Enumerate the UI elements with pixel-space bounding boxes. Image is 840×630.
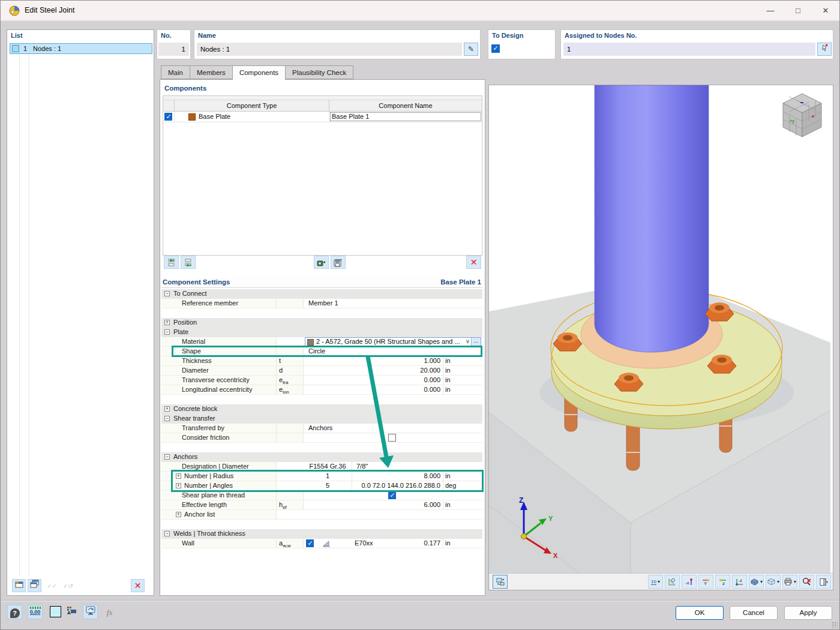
column-member[interactable] [595,85,709,352]
units-settings-button[interactable]: 0,00 [28,605,43,619]
apply-button[interactable]: Apply [784,606,832,620]
weld-thickness-value[interactable]: 0.177 [424,539,440,547]
rendering-button[interactable] [83,605,98,619]
wall-weld-checkbox[interactable] [306,539,314,547]
list-item-nodes-1[interactable]: 1 Nodes : 1 [10,43,152,54]
to-design-checkbox[interactable] [491,44,500,53]
anchor-diameter-value[interactable]: 7/8" [356,463,368,470]
row-shear-plane[interactable]: Shear plane in thread [161,491,482,500]
row-designation-diameter[interactable]: Designation | Diameter F1554 Gr.36 7/8" [161,462,482,472]
delete-joint-button[interactable]: ✕ [131,579,145,592]
group-shear-transfer[interactable]: − Shear transfer [161,414,482,424]
row-longitudinal-eccentricity[interactable]: Longitudinal eccentricity elon 0.000 in [161,385,482,395]
collapse-icon[interactable]: − [164,531,170,536]
elon-value[interactable]: 0.000 [424,386,440,393]
group-welds[interactable]: − Welds | Throat thickness [161,529,482,539]
delete-component-button[interactable]: ✕ [466,256,481,269]
group-anchors[interactable]: − Anchors [161,452,482,462]
expand-icon[interactable]: + [176,483,181,488]
angles-list-value[interactable]: 0.0 72.0 144.0 216.0 288.0 [361,482,440,489]
collapse-icon[interactable]: − [164,454,170,460]
row-consider-friction[interactable]: Consider friction [161,433,482,443]
row-number-radius[interactable]: + Number | Radius 1 8.000 in [161,472,482,481]
minimize-button[interactable]: — [757,1,784,21]
maximize-button[interactable]: □ [784,1,812,21]
designation-value[interactable]: F1554 Gr.36 [304,463,352,470]
group-concrete-block[interactable]: + Concrete block [161,404,482,414]
view-isometric-button[interactable]: -z [732,575,747,589]
rename-button[interactable]: ✎ [464,43,478,56]
collapse-icon[interactable]: − [164,416,170,421]
resize-grip[interactable] [832,622,838,628]
collapse-icon[interactable]: − [164,329,170,335]
collapse-icon[interactable]: − [164,291,170,296]
tab-main[interactable]: Main [161,65,190,79]
consider-friction-checkbox[interactable] [388,434,396,442]
group-position[interactable]: + Position [161,318,482,328]
view-angle-button[interactable] [665,575,680,589]
row-diameter[interactable]: Diameter d 20.000 in [161,366,482,376]
sync-views-button[interactable] [493,575,508,589]
color-swatch-button[interactable] [48,605,63,619]
close-button[interactable]: ✕ [812,1,839,21]
tab-members[interactable]: Members [190,65,233,79]
reference-member-value[interactable]: Member 1 [308,299,338,307]
dimension-display-button[interactable]: 10 ▾ [648,575,663,589]
diameter-value[interactable]: 20.000 [420,367,440,374]
angles-count-value[interactable]: 5 [304,482,352,489]
help-button[interactable]: ? [7,605,22,619]
cancel-zoom-button[interactable] [799,575,814,589]
expand-icon[interactable]: + [164,320,170,325]
new-joint-button[interactable]: ★ [12,579,26,592]
copy-joint-button[interactable] [28,579,41,592]
tab-plausibility-check[interactable]: Plausibility Check [286,65,353,79]
no-field[interactable]: 1 [158,43,189,56]
row-anchor-list[interactable]: + Anchor list [161,510,482,520]
visibility-button[interactable]: ▾ [766,575,781,589]
row-number-angles[interactable]: + Number | Angles 5 0.0 72.0 144.0 216.0… [161,481,482,491]
insert-row-below-button[interactable] [181,256,196,269]
chevron-down-icon[interactable]: ∨ [466,338,470,344]
print-button[interactable]: ▾ [782,575,797,589]
etra-value[interactable]: 0.000 [424,376,440,383]
view-y-button[interactable]: Y [698,575,713,589]
component-name-cell[interactable]: Base Plate 1 [329,112,482,122]
component-row-base-plate[interactable]: Base Plate Base Plate 1 [163,112,482,122]
expand-icon[interactable]: + [176,473,181,479]
navigation-cube[interactable]: +y [783,94,821,137]
view-z-button[interactable]: z [715,575,730,589]
tab-components[interactable]: Components [233,65,286,80]
import-component-button[interactable] [314,256,329,269]
title-bar[interactable]: Edit Steel Joint — □ ✕ [1,1,839,21]
row-thickness[interactable]: Thickness t 1.000 in [161,356,482,366]
material-dropdown[interactable]: 2 - A572, Grade 50 (HR Structural Shapes… [305,337,481,346]
row-wall-weld[interactable]: Wall aw,w E70xx 0.177 in [161,539,482,548]
expand-icon[interactable]: + [176,512,181,517]
display-properties-button[interactable]: A [64,605,79,619]
display-mode-button[interactable]: ▾ [749,575,764,589]
component-active-checkbox[interactable] [164,113,172,121]
shear-plane-checkbox[interactable] [388,491,396,499]
group-plate[interactable]: − Plate [161,328,482,337]
thickness-value[interactable]: 1.000 [424,357,440,364]
panel-toggle-button[interactable] [816,575,831,589]
anchor-count-value[interactable]: 1 [304,472,352,479]
name-field[interactable]: Nodes : 1 [197,43,462,56]
insert-row-above-button[interactable] [164,256,179,269]
row-transferred-by[interactable]: Transferred by Anchors [161,424,482,433]
material-browse-button[interactable]: ... [471,338,481,346]
row-transverse-eccentricity[interactable]: Transverse eccentricity etra 0.000 in [161,376,482,385]
row-reference-member[interactable]: Reference member Member 1 [161,299,482,308]
electrode-value[interactable]: E70xx [355,539,373,547]
expand-icon[interactable]: + [164,406,170,412]
group-to-connect[interactable]: − To Connect [161,289,482,299]
transferred-by-value[interactable]: Anchors [308,424,332,431]
shape-value[interactable]: Circle [308,347,325,355]
view-minus-x-button[interactable]: -x [682,575,697,589]
effective-length-value[interactable]: 6.000 [424,501,440,508]
anchor-radius-value[interactable]: 8.000 [424,472,440,479]
row-effective-length[interactable]: Effective length hef 6.000 in [161,500,482,510]
3d-viewport[interactable]: +y Z Y X [488,85,833,590]
row-material[interactable]: Material 2 - A572, Grade 50 (HR Structur… [161,337,482,347]
assigned-nodes-field[interactable]: 1 [563,43,815,56]
